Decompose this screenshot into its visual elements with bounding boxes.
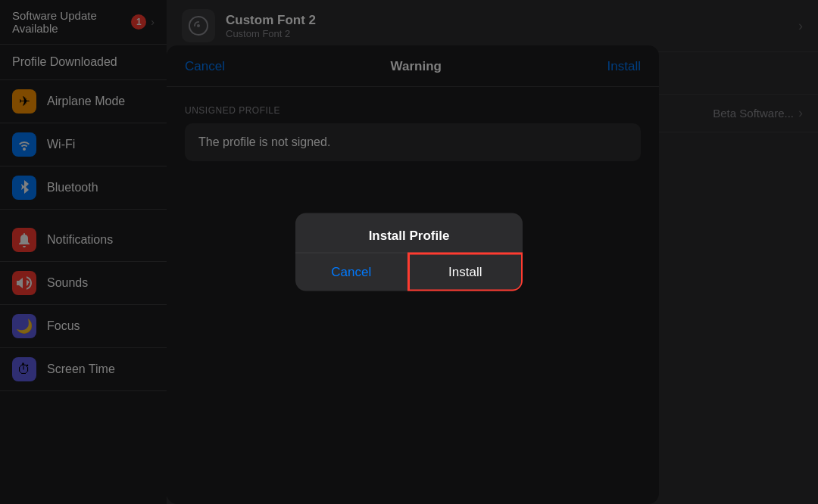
modal-buttons: Cancel Install bbox=[295, 254, 523, 291]
modal-title: Install Profile bbox=[369, 229, 450, 243]
modal-title-area: Install Profile bbox=[295, 213, 523, 253]
install-profile-modal: Install Profile Cancel Install bbox=[295, 213, 523, 291]
modal-cancel-button[interactable]: Cancel bbox=[295, 254, 408, 291]
modal-install-button[interactable]: Install bbox=[407, 253, 523, 291]
